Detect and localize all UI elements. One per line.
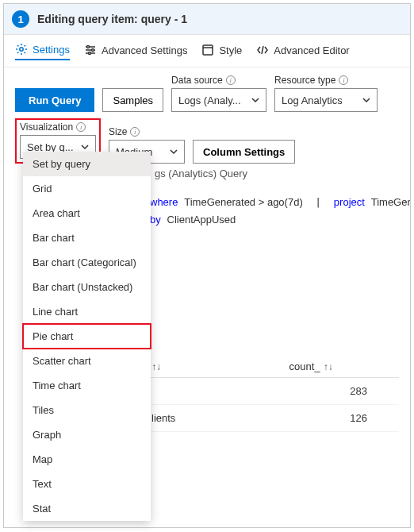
chevron-down-icon bbox=[362, 96, 370, 104]
sort-icon: ↑↓ bbox=[151, 361, 161, 372]
run-query-button[interactable]: Run Query bbox=[15, 88, 94, 112]
results-label-ghost: gs (Analytics) Query bbox=[155, 168, 247, 179]
sliders-icon bbox=[84, 44, 97, 56]
info-icon[interactable]: i bbox=[130, 127, 140, 137]
column-settings-button[interactable]: Column Settings bbox=[193, 140, 295, 164]
info-icon[interactable]: i bbox=[226, 75, 236, 85]
vis-option-line-chart[interactable]: Line chart bbox=[23, 299, 151, 324]
chevron-down-icon bbox=[251, 96, 259, 104]
code-icon bbox=[256, 44, 269, 56]
vis-option-bar-chart[interactable]: Bar chart bbox=[23, 226, 151, 250]
table-row[interactable]: 283 bbox=[147, 378, 399, 405]
vis-option-tiles[interactable]: Tiles bbox=[23, 398, 151, 422]
tab-settings[interactable]: Settings bbox=[15, 43, 70, 60]
chevron-down-icon bbox=[170, 148, 178, 156]
step-badge: 1 bbox=[12, 10, 29, 28]
col-header-clientapp[interactable]: ↑↓ bbox=[147, 360, 289, 372]
header-title: Editing query item: query - 1 bbox=[37, 13, 187, 25]
visualization-dropdown: Set by query Grid Area chart Bar chart B… bbox=[23, 152, 151, 521]
tab-advanced-settings[interactable]: Advanced Settings bbox=[84, 44, 187, 60]
svg-rect-4 bbox=[203, 45, 213, 55]
sort-icon: ↑↓ bbox=[324, 361, 333, 372]
tab-advanced-editor-label: Advanced Editor bbox=[274, 44, 349, 56]
vis-option-scatter-chart[interactable]: Scatter chart bbox=[23, 349, 151, 373]
tab-advanced-settings-label: Advanced Settings bbox=[102, 44, 187, 56]
vis-option-set-by-query[interactable]: Set by query bbox=[23, 152, 151, 176]
vis-option-bar-chart-unstacked[interactable]: Bar chart (Unstacked) bbox=[23, 275, 151, 299]
query-text[interactable]: where TimeGenerated > ago(7d) | project … bbox=[139, 187, 410, 229]
table-row[interactable]: lients 126 bbox=[147, 405, 399, 432]
tab-settings-label: Settings bbox=[33, 44, 70, 56]
vis-option-bar-chart-categorical[interactable]: Bar chart (Categorical) bbox=[23, 250, 151, 275]
tab-style[interactable]: Style bbox=[201, 44, 242, 60]
vis-option-area-chart[interactable]: Area chart bbox=[23, 201, 151, 226]
style-icon bbox=[201, 44, 214, 56]
vis-option-grid[interactable]: Grid bbox=[23, 176, 151, 201]
info-icon[interactable]: i bbox=[76, 122, 86, 132]
samples-button[interactable]: Samples bbox=[102, 88, 163, 112]
vis-option-stat[interactable]: Stat bbox=[23, 496, 151, 521]
tab-style-label: Style bbox=[219, 44, 242, 56]
size-label: Size bbox=[109, 126, 127, 137]
data-source-label: Data source bbox=[171, 75, 223, 86]
tabs-bar: Settings Advanced Settings Style Advance… bbox=[4, 35, 410, 67]
resource-type-value: Log Analytics bbox=[282, 94, 343, 106]
editor-header: 1 Editing query item: query - 1 bbox=[4, 4, 410, 35]
svg-point-3 bbox=[88, 52, 90, 55]
svg-point-1 bbox=[86, 46, 89, 48]
resource-type-label: Resource type bbox=[274, 75, 335, 86]
vis-option-pie-chart[interactable]: Pie chart bbox=[23, 324, 151, 349]
info-icon[interactable]: i bbox=[339, 75, 348, 85]
vis-option-map[interactable]: Map bbox=[23, 447, 151, 472]
gear-icon bbox=[15, 43, 28, 56]
chevron-down-icon bbox=[81, 143, 89, 151]
col-header-count[interactable]: count_ ↑↓ bbox=[289, 360, 399, 372]
resource-type-select[interactable]: Log Analytics bbox=[274, 88, 378, 112]
svg-point-2 bbox=[91, 49, 94, 52]
vis-option-graph[interactable]: Graph bbox=[23, 422, 151, 447]
vis-option-time-chart[interactable]: Time chart bbox=[23, 373, 151, 398]
visualization-label: Visualization bbox=[20, 121, 73, 133]
results-table: ↑↓ count_ ↑↓ 283 lients 126 bbox=[147, 356, 399, 432]
data-source-select[interactable]: Logs (Analy... bbox=[171, 88, 266, 112]
data-source-value: Logs (Analy... bbox=[178, 94, 241, 106]
vis-option-text[interactable]: Text bbox=[23, 472, 151, 496]
svg-point-0 bbox=[20, 48, 23, 51]
tab-advanced-editor[interactable]: Advanced Editor bbox=[256, 44, 349, 60]
